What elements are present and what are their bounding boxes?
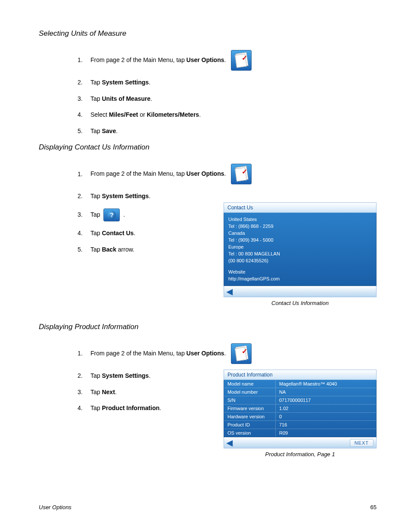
line: Tel : (866) 868 - 2259	[228, 223, 372, 230]
step: 2. Tap System Settings.	[78, 192, 368, 201]
step-num: 2.	[78, 192, 90, 201]
table-row: Product ID716	[224, 421, 376, 429]
step-num: 3.	[78, 211, 90, 219]
b: Miles/Feet	[109, 111, 138, 118]
step-text: From page 2 of the Main Menu, tap User O…	[90, 164, 368, 184]
t: .	[116, 128, 118, 134]
step-num: 1.	[78, 349, 90, 358]
user-options-icon	[231, 164, 252, 184]
t: .	[159, 404, 161, 411]
back-arrow-icon[interactable]: ◀	[227, 287, 233, 296]
t: .	[149, 372, 150, 379]
page-footer: User Options 65	[39, 504, 377, 510]
step-num: 4.	[78, 229, 90, 238]
cell-val: 0	[276, 413, 376, 420]
t: .	[134, 230, 135, 236]
cell-val: 071700000117	[276, 396, 376, 404]
step-num: 4.	[78, 111, 90, 119]
cell-key: Model name	[224, 380, 276, 388]
cell-val: 1.02	[276, 404, 376, 412]
back-arrow-icon[interactable]: ◀	[227, 438, 233, 448]
screenshot-product-info: Product Information Model nameMagellan® …	[224, 370, 377, 457]
line: Website	[228, 269, 372, 276]
t: Tap	[90, 372, 102, 379]
t: Tap	[90, 230, 102, 236]
b: Contact Us	[102, 230, 134, 236]
line: http://magellanGPS.com	[228, 276, 372, 283]
caption: Product Information, Page 1	[224, 451, 377, 457]
page-number: 65	[371, 504, 377, 510]
step-text: From page 2 of the Main Menu, tap User O…	[90, 50, 368, 71]
line: (00 800 62435526)	[228, 258, 372, 264]
help-icon	[103, 208, 120, 221]
t: Tap	[90, 404, 102, 411]
table-row: Hardware version0	[224, 413, 376, 421]
heading-product: Displaying Product Information	[39, 323, 377, 331]
t: .	[149, 79, 150, 86]
t: .	[150, 95, 152, 102]
cell-key: OS version	[224, 429, 276, 437]
b: User Options	[187, 56, 224, 63]
t: Tap	[90, 193, 102, 199]
step-text: Tap Save.	[90, 127, 368, 136]
step: 1. From page 2 of the Main Menu, tap Use…	[78, 343, 368, 364]
line: Tel : (909) 394 - 5000	[228, 237, 372, 244]
b: Kilometers/Meters	[147, 111, 199, 118]
step-text: From page 2 of the Main Menu, tap User O…	[90, 343, 368, 364]
t: From page 2 of the Main Menu, tap	[90, 350, 187, 357]
t: .	[199, 111, 201, 118]
t: .	[123, 211, 125, 218]
t: Tap	[90, 128, 102, 134]
t: Tap	[90, 246, 102, 253]
line: United States	[228, 216, 372, 223]
table-row: Model numberNA	[224, 388, 376, 396]
t: .	[224, 350, 226, 357]
screenshot-footer: ◀	[224, 286, 377, 297]
t: .	[149, 193, 150, 199]
screenshot-body: United States Tel : (866) 868 - 2259 Can…	[224, 213, 377, 286]
t: .	[224, 170, 226, 177]
user-options-icon	[231, 343, 252, 364]
t: .	[115, 389, 117, 395]
step-num: 2.	[78, 372, 90, 380]
t: Tap	[90, 79, 102, 86]
table-row: Model nameMagellan® Maestro™ 4040	[224, 380, 376, 388]
step-num: 3.	[78, 95, 90, 103]
steps-units: 1. From page 2 of the Main Menu, tap Use…	[78, 50, 368, 135]
cell-key: Product ID	[224, 421, 276, 429]
footer-section: User Options	[39, 504, 72, 510]
cell-key: S/N	[224, 396, 276, 404]
step: 1. From page 2 of the Main Menu, tap Use…	[78, 164, 368, 184]
b: User Options	[187, 350, 224, 357]
line: Europe	[228, 244, 372, 251]
cell-key: Model number	[224, 388, 276, 396]
next-button[interactable]: NEXT	[350, 439, 374, 447]
step-num: 5.	[78, 246, 90, 254]
step-text: Select Miles/Feet or Kilometers/Meters.	[90, 111, 368, 119]
step-text: Tap System Settings.	[90, 192, 368, 201]
heading-units: Selecting Units of Measure	[39, 29, 377, 38]
b: Units of Measure	[102, 95, 150, 102]
line: Canada	[228, 230, 372, 237]
t: arrow.	[116, 246, 134, 253]
cell-val: NA	[276, 388, 376, 396]
step-num: 1.	[78, 56, 90, 65]
t: Tap	[90, 95, 102, 102]
step-num: 5.	[78, 127, 90, 136]
b: System Settings	[102, 193, 149, 199]
t: .	[224, 56, 226, 63]
step: 3. Tap Units of Measure.	[78, 95, 368, 103]
screenshot-header: Product Information	[224, 370, 377, 380]
step: 5. Tap Save.	[78, 127, 368, 136]
step-num: 1.	[78, 170, 90, 179]
cell-val: 716	[276, 421, 376, 429]
caption: Contact Us Information	[224, 300, 377, 306]
t: From page 2 of the Main Menu, tap	[90, 56, 187, 63]
b: Back	[102, 246, 116, 253]
heading-contact: Displaying Contact Us Information	[39, 143, 377, 152]
step: 2. Tap System Settings.	[78, 78, 368, 87]
b: System Settings	[102, 79, 149, 86]
line	[228, 264, 372, 269]
t: or	[138, 111, 147, 118]
cell-val: R09	[276, 429, 376, 437]
